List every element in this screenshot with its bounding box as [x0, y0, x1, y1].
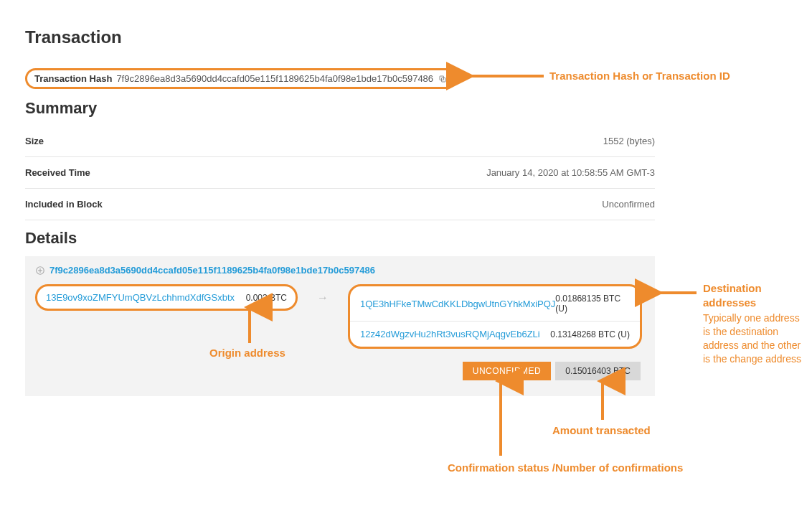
outputs-box: 1QE3hHFkeTMwCdKKLDbgwUtnGYhkMxiPQJ 0.018… — [348, 284, 642, 349]
summary-table: Size 1552 (bytes) Received Time January … — [25, 126, 655, 220]
arrow-icon — [465, 70, 544, 85]
details-panel: 7f9c2896ea8d3a5690dd4ccafd05e115f1189625… — [25, 256, 655, 396]
callout-dest-title: Destination addresses — [703, 281, 803, 311]
summary-value: January 14, 2020 at 10:58:55 AM GMT-3 — [486, 167, 655, 178]
transaction-hash-value: 7f9c2896ea8d3a5690dd4ccafd05e115f1189625… — [116, 73, 433, 84]
callout-status: Confirmation status /Number of confirmat… — [448, 461, 778, 475]
callout-dest-body: Typically one address is the destination… — [703, 311, 803, 366]
callout-hash: Transaction Hash or Transaction ID — [549, 69, 730, 83]
details-heading: Details — [25, 229, 77, 248]
output-amount: 0.01868135 BTC (U) — [555, 294, 630, 314]
summary-key: Size — [25, 136, 44, 146]
summary-row-size: Size 1552 (bytes) — [25, 126, 655, 157]
input-amount: 0.003 BTC — [246, 293, 287, 303]
summary-key: Received Time — [25, 167, 90, 178]
summary-heading: Summary — [25, 99, 97, 118]
tx-link-row: 7f9c2896ea8d3a5690dd4ccafd05e115f1189625… — [35, 265, 645, 276]
arrow-icon — [495, 377, 506, 459]
io-row: 13E9ov9xoZMFYUmQBVzLchhmdXdfGSxbtx 0.003… — [35, 284, 645, 349]
arrow-icon: → — [298, 284, 348, 304]
transaction-hash-row: Transaction Hash 7f9c2896ea8d3a5690dd4cc… — [25, 68, 457, 89]
summary-row-block: Included in Block Unconfirmed — [25, 189, 655, 220]
output-row: 1QE3hHFkeTMwCdKKLDbgwUtnGYhkMxiPQJ 0.018… — [350, 286, 640, 321]
summary-value: 1552 (bytes) — [603, 136, 655, 146]
output-address-link[interactable]: 12z42dWgzvHu2hRt3vusRQMjAqgvEb6ZLi — [360, 329, 540, 339]
transaction-hash-label: Transaction Hash — [34, 73, 112, 84]
summary-row-received: Received Time January 14, 2020 at 10:58:… — [25, 157, 655, 189]
arrow-icon — [597, 377, 608, 423]
output-row: 12z42dWgzvHu2hRt3vusRQMjAqgvEb6ZLi 0.131… — [350, 321, 640, 347]
summary-value: Unconfirmed — [602, 199, 655, 210]
copy-icon[interactable] — [438, 74, 448, 84]
summary-key: Included in Block — [25, 199, 103, 210]
page-title: Transaction — [25, 27, 122, 47]
callout-origin: Origin address — [209, 346, 285, 360]
input-address-link[interactable]: 13E9ov9xoZMFYUmQBVzLchhmdXdfGSxbtx — [46, 292, 235, 303]
output-amount: 0.13148268 BTC (U) — [550, 329, 630, 339]
expand-icon[interactable] — [35, 266, 45, 276]
confirmation-status-badge: UNCONFIRMED — [463, 362, 552, 380]
input-box: 13E9ov9xoZMFYUmQBVzLchhmdXdfGSxbtx 0.003… — [35, 284, 298, 311]
output-address-link[interactable]: 1QE3hHFkeTMwCdKKLDbgwUtnGYhkMxiPQJ — [360, 299, 555, 309]
status-row: UNCONFIRMED 0.15016403 BTC — [35, 362, 645, 380]
arrow-icon — [244, 303, 255, 346]
tx-hash-link[interactable]: 7f9c2896ea8d3a5690dd4ccafd05e115f1189625… — [49, 265, 375, 276]
callout-amount: Amount transacted — [552, 423, 651, 438]
arrow-icon — [653, 287, 697, 301]
